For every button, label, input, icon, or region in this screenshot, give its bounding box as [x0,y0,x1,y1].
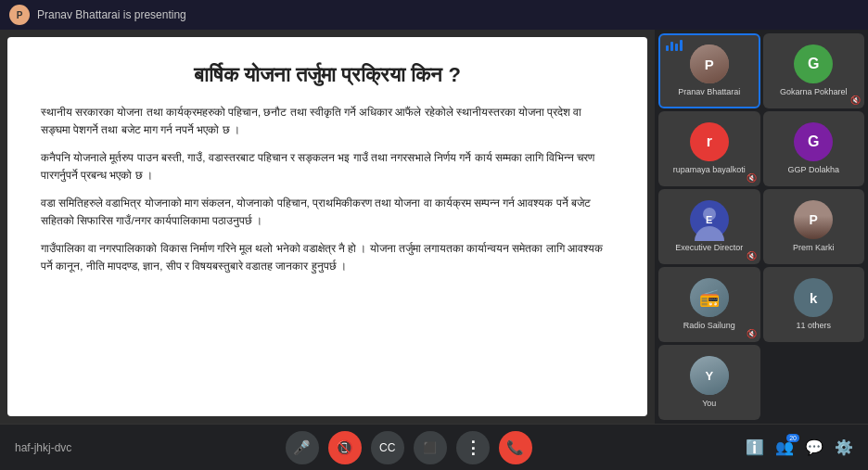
mic-button[interactable]: 🎤 [286,431,319,464]
slide-paragraph-1: स्थानीय सरकारका योजना तथा कार्यक्रमहरुको… [41,104,614,139]
avatar-ggp: G [794,122,833,161]
participant-tile-gokarna[interactable]: G Gokarna Pokharel 🔇 [763,33,865,108]
participant-name-others: 11 others [792,321,835,331]
participant-tile-radio[interactable]: 📻 Radio Sailung 🔇 [658,267,760,342]
speaking-bars-icon [666,40,683,51]
participant-name-pranav: Pranav Bhattarai [674,87,744,97]
slide-paragraph-4: गाउँपालिका वा नगरपालिकाको विकास निर्माण … [41,240,614,275]
top-bar: P Pranav Bhattarai is presenting [0,0,868,30]
main-area: बार्षिक योजना तर्जुमा प्रक्रिया किन ? स्… [0,30,868,424]
presenter-label: Pranav Bhattarai is presenting [37,8,186,21]
controls-center: 🎤 📵 CC ⬛ ⋮ 📞 [286,431,532,464]
slide-body: स्थानीय सरकारका योजना तथा कार्यक्रमहरुको… [41,104,614,286]
mic-muted-icon-radio: 🔇 [747,329,757,338]
more-options-button[interactable]: ⋮ [456,431,490,464]
avatar-rupamaya: r [690,122,729,161]
end-call-button[interactable]: 📞 [499,431,532,464]
participants-sidebar: P Pranav Bhattarai G Gokarna Pokharel 🔇 … [655,30,868,424]
presentation-area: बार्षिक योजना तर्जुमा प्रक्रिया किन ? स्… [0,30,655,424]
avatar-gokarna: G [794,44,833,83]
participant-tile-prem[interactable]: P Prem Karki [763,189,865,264]
participant-name-gokarna: Gokarna Pokharel [776,87,851,97]
mic-muted-icon-executive: 🔇 [747,251,757,260]
info-button[interactable]: ℹ️ [746,438,764,456]
avatar-prem: P [794,200,833,239]
mic-muted-icon-rupamaya: 🔇 [747,173,757,183]
avatar-radio: 📻 [690,278,729,317]
participant-tile-pranav[interactable]: P Pranav Bhattarai [658,33,760,108]
participant-name-prem: Prem Karki [789,243,838,253]
participant-name-rupamaya: rupamaya bayalkoti [670,165,749,175]
chat-button[interactable]: 💬 [805,438,823,456]
presenter-avatar-icon: P [9,5,30,25]
slide-title: बार्षिक योजना तर्जुमा प्रक्रिया किन ? [41,63,614,87]
participant-tile-executive[interactable]: E Executive Director 🔇 [658,189,760,264]
controls-right: ℹ️ 👥 20 💬 ⚙️ [746,438,853,456]
app-container: P Pranav Bhattarai is presenting बार्षिक… [0,0,868,470]
present-button[interactable]: ⬛ [414,431,447,464]
participant-tile-you[interactable]: Y You [658,345,760,420]
participant-tile-ggp[interactable]: G GGP Dolakha [763,111,865,186]
slide-container: बार्षिक योजना तर्जुमा प्रक्रिया किन ? स्… [7,37,647,416]
participant-name-radio: Radio Sailung [680,321,739,331]
camera-button[interactable]: 📵 [328,431,362,464]
participant-name-you: You [698,399,720,409]
bottom-bar: haf-jhkj-dvc 🎤 📵 CC ⬛ ⋮ 📞 ℹ️ 👥 20 💬 ⚙️ [0,424,868,470]
meeting-code: haf-jhkj-dvc [15,441,71,454]
avatar-you: Y [690,356,729,395]
activities-button[interactable]: ⚙️ [835,438,853,456]
participant-count-badge: 20 [786,434,799,442]
participant-tile-others[interactable]: k 11 others [763,267,865,342]
slide-paragraph-3: वडा समितिहरुले वडाभित्र योजनाको माग संकल… [41,195,614,230]
mic-muted-icon-gokarna: 🔇 [850,95,861,105]
participant-tile-rupamaya[interactable]: r rupamaya bayalkoti 🔇 [658,111,760,186]
captions-button[interactable]: CC [371,431,404,464]
people-button[interactable]: 👥 20 [775,438,794,456]
slide-paragraph-2: कनैपनि योजनाले मूर्तरुप पाउन बस्ती, गाउँ… [41,149,614,184]
participant-name-executive: Executive Director [671,243,747,253]
avatar-executive: E [690,200,729,239]
avatar-others: k [794,278,833,317]
avatar-pranav: P [690,44,729,83]
participant-name-ggp: GGP Dolakha [785,165,843,175]
